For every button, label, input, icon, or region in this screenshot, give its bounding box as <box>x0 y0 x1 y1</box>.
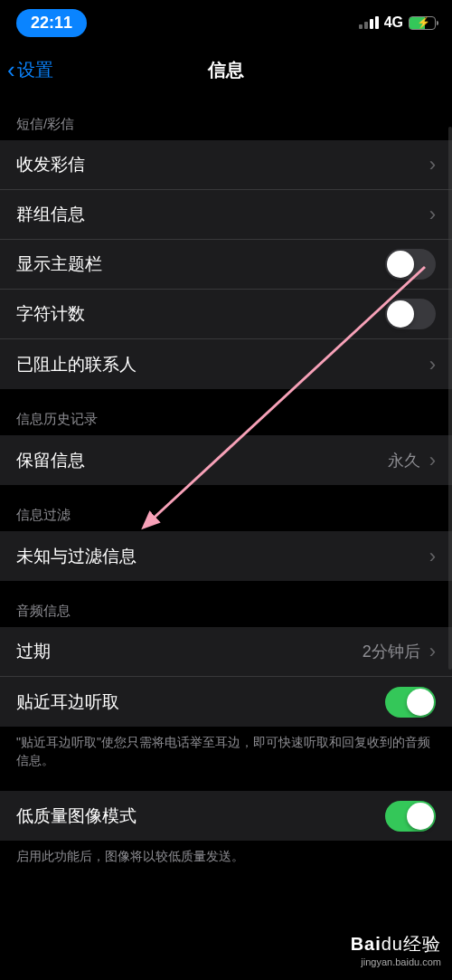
cell-label: 低质量图像模式 <box>16 804 137 828</box>
chevron-right-icon: › <box>429 153 436 176</box>
section-footer-raise: "贴近耳边听取"使您只需将电话举至耳边，即可快速听取和回复收到的音频信息。 <box>0 727 452 775</box>
cell-unknown-filter[interactable]: 未知与过滤信息 › <box>0 531 452 581</box>
cell-label: 未知与过滤信息 <box>16 545 137 568</box>
status-time: 22:11 <box>16 9 87 37</box>
page-title: 信息 <box>208 58 244 82</box>
back-button[interactable]: ‹ 设置 <box>7 56 53 84</box>
section-header-sms: 短信/彩信 <box>0 94 452 140</box>
nav-bar: ‹ 设置 信息 <box>0 45 452 94</box>
cell-keep-messages[interactable]: 保留信息 永久 › <box>0 435 452 485</box>
toggle-char-count[interactable] <box>385 299 436 329</box>
section-header-filter: 信息过滤 <box>0 485 452 531</box>
cell-label: 过期 <box>16 640 51 663</box>
cell-label: 字符计数 <box>16 302 85 326</box>
chevron-right-icon: › <box>429 449 436 472</box>
chevron-right-icon: › <box>429 353 436 376</box>
cell-mms[interactable]: 收发彩信 › <box>0 140 452 190</box>
back-label: 设置 <box>17 58 53 82</box>
watermark: Baidu经验 jingyan.baidu.com <box>351 932 441 967</box>
cell-char-count: 字符计数 <box>0 290 452 339</box>
section-footer-low-quality: 启用此功能后，图像将以较低质量发送。 <box>0 841 452 871</box>
cell-value: 永久 <box>388 450 420 471</box>
cell-raise-to-listen: 贴近耳边听取 <box>0 677 452 727</box>
cell-group-messaging[interactable]: 群组信息 › <box>0 190 452 240</box>
network-label: 4G <box>384 14 403 31</box>
toggle-raise-to-listen[interactable] <box>385 687 436 718</box>
watermark-url: jingyan.baidu.com <box>351 956 441 967</box>
chevron-right-icon: › <box>429 640 436 663</box>
cell-value: 2分钟后 <box>363 641 420 662</box>
battery-icon: ⚡ <box>409 16 436 30</box>
section-header-history: 信息历史记录 <box>0 389 452 435</box>
status-right: 4G ⚡ <box>359 14 436 31</box>
cell-low-quality: 低质量图像模式 <box>0 791 452 841</box>
cell-label: 显示主题栏 <box>16 252 102 276</box>
watermark-brand: Baidu经验 <box>351 932 441 956</box>
toggle-show-subject[interactable] <box>385 249 436 280</box>
chevron-right-icon: › <box>429 203 436 226</box>
cell-label: 已阻止的联系人 <box>16 353 137 376</box>
chevron-left-icon: ‹ <box>7 56 15 84</box>
chevron-right-icon: › <box>429 545 436 568</box>
cell-show-subject: 显示主题栏 <box>0 240 452 290</box>
signal-icon <box>359 16 379 29</box>
status-bar: 22:11 4G ⚡ <box>0 0 452 45</box>
cell-audio-expire[interactable]: 过期 2分钟后 › <box>0 627 452 677</box>
cell-blocked-contacts[interactable]: 已阻止的联系人 › <box>0 339 452 389</box>
section-header-audio: 音频信息 <box>0 581 452 627</box>
toggle-low-quality[interactable] <box>385 801 436 832</box>
cell-label: 贴近耳边听取 <box>16 690 119 714</box>
scrollbar[interactable] <box>448 127 452 670</box>
cell-label: 保留信息 <box>16 449 85 472</box>
cell-label: 收发彩信 <box>16 153 85 176</box>
cell-label: 群组信息 <box>16 203 85 226</box>
